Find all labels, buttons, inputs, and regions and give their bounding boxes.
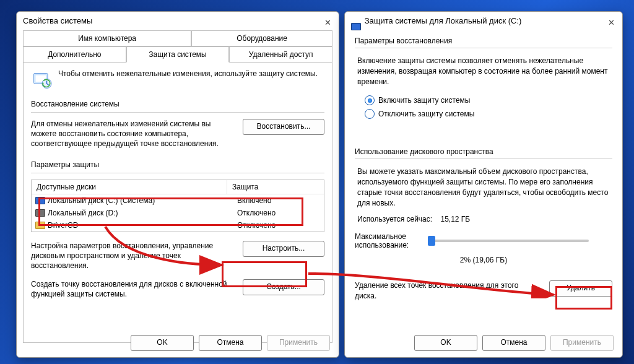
configure-button[interactable]: Настроить... [243,241,324,257]
create-button[interactable]: Создать... [243,279,324,295]
drive-list-header: Доступные диски Защита [32,180,324,194]
titlebar[interactable]: Свойства системы ✕ [17,12,339,30]
restore-desc: Для отмены нежелательных изменений систе… [31,119,235,149]
protection-legend: Параметры защиты [31,160,324,171]
drive-row-drivercd[interactable]: DriverCD Отключено [32,219,324,232]
tab-remote[interactable]: Удаленный доступ [229,46,332,63]
col-protection[interactable]: Защита [227,180,324,194]
drive-row-c[interactable]: Локальный диск (C:) (Система) Включено [32,194,324,207]
restore-params-legend: Параметры восстановления [355,37,612,45]
configure-desc: Настройка параметров восстановления, упр… [31,241,235,271]
hdd-icon [35,209,45,217]
divider [31,112,324,113]
dialog-title: Защита системы для Локальный диск (C:) [365,16,522,25]
used-value: 15,12 ГБ [440,215,470,223]
restore-group: Восстановление системы Для отмены нежела… [31,100,324,149]
titlebar[interactable]: Защита системы для Локальный диск (C:) ✕ [345,12,622,30]
used-row: Используется сейчас: 15,12 ГБ [355,212,612,226]
used-label: Используется сейчас: [357,215,432,223]
disk-usage-legend: Использование дискового пространства [355,147,612,156]
delete-button[interactable]: Удалить [549,280,612,297]
dialog-footer: OK Отмена Применить [414,335,614,351]
radio-icon [365,109,375,119]
ok-button[interactable]: OK [414,335,477,351]
tab-body: Чтобы отменить нежелательные изменения, … [23,63,332,343]
hdd-icon [35,197,45,204]
radio-disable[interactable]: Отключить защиту системы [365,109,612,119]
system-protection-drive-dialog: Защита системы для Локальный диск (C:) ✕… [344,11,623,358]
max-usage-slider[interactable] [428,240,589,242]
delete-row: Удаление всех точек восстановления для э… [355,280,612,300]
hdd-icon [351,19,360,25]
tab-hardware[interactable]: Оборудование [191,30,332,46]
intro-row: Чтобы отменить нежелательные изменения, … [31,69,324,91]
apply-button[interactable]: Применить [267,335,330,351]
max-usage-row: Максимальное использование: [355,232,612,250]
tabs-row1: Имя компьютера Оборудование [23,30,332,46]
radio-enable[interactable]: Включить защиту системы [365,95,612,105]
restore-legend: Восстановление системы [31,100,324,111]
create-row: Создать точку восстановления для дисков … [31,279,324,299]
max-value: 2% (19,06 ГБ) [355,256,612,264]
divider [355,158,612,159]
tab-computername[interactable]: Имя компьютера [23,30,191,46]
intro-text: Чтобы отменить нежелательные изменения, … [58,69,324,79]
slider-thumb[interactable] [428,236,435,246]
restore-row: Для отмены нежелательных изменений систе… [31,119,324,149]
system-restore-icon [31,69,53,91]
cancel-button[interactable]: Отмена [482,335,545,351]
configure-row: Настройка параметров восстановления, упр… [31,241,324,271]
create-desc: Создать точку восстановления для дисков … [31,279,235,299]
drive-row-d[interactable]: Локальный диск (D:) Отключено [32,207,324,219]
folder-icon [35,222,45,229]
delete-desc: Удаление всех точек восстановления для э… [355,280,542,300]
dialog-footer: OK Отмена Применить [131,335,330,351]
tab-systemprotection[interactable]: Защита системы [126,46,230,63]
apply-button[interactable]: Применить [550,335,614,351]
divider [355,48,612,48]
divider [31,173,324,173]
tab-advanced[interactable]: Дополнительно [23,46,126,63]
max-label: Максимальное использование: [355,232,422,250]
radio-icon [365,95,375,105]
close-icon[interactable]: ✕ [604,14,619,26]
tabs-row2: Дополнительно Защита системы Удаленный д… [23,46,332,63]
col-drives[interactable]: Доступные диски [32,180,227,194]
cancel-button[interactable]: Отмена [199,335,262,351]
params-desc: Включение защиты системы позволяет отмен… [355,54,612,92]
drive-list[interactable]: Доступные диски Защита Локальный диск (C… [31,180,324,232]
restore-button[interactable]: Восстановить... [243,119,324,135]
disk-desc: Вы можете указать максимальный объем дис… [355,165,612,212]
system-properties-dialog: Свойства системы ✕ Имя компьютера Оборуд… [16,11,339,358]
protection-group: Параметры защиты Доступные диски Защита … [31,160,324,300]
close-icon[interactable]: ✕ [320,14,335,26]
dialog-body: Параметры восстановления Включение защит… [345,30,622,339]
ok-button[interactable]: OK [131,335,194,351]
dialog-title: Свойства системы [23,16,92,25]
